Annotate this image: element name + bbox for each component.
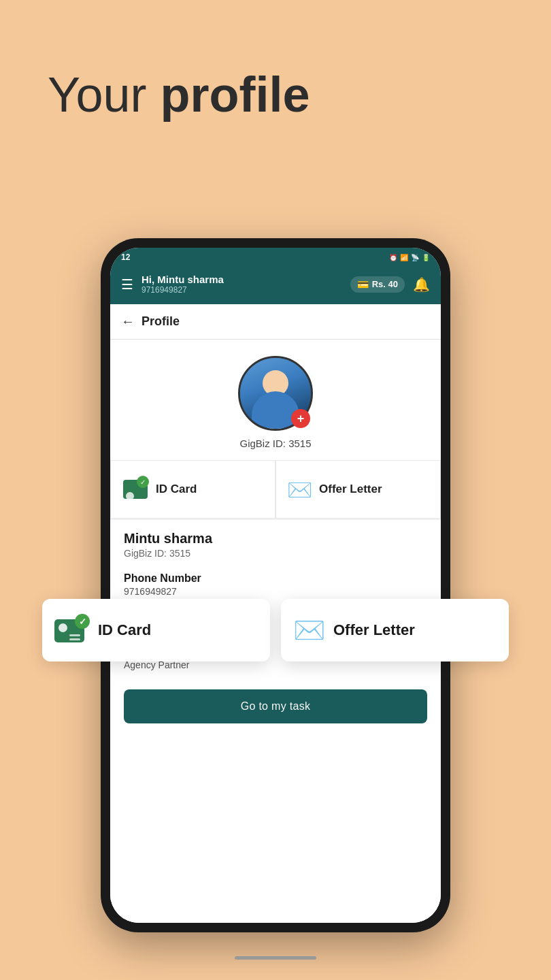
header-left: ☰ Hi, Mintu sharma 9716949827 [121,274,224,295]
offer-letter-icon: ✉️ [287,478,312,502]
status-icons: ⏰ 📶 📡 🔋 [389,254,430,261]
hamburger-icon[interactable]: ☰ [121,276,133,293]
id-card-icon: ✓ [122,476,149,503]
goto-task-button[interactable]: Go to my task [124,689,427,723]
signal-icon: 📡 [411,254,419,261]
title-bold: profile [160,67,310,122]
floating-offer-letter-icon: ✉️ [293,615,325,645]
phone-field-label: Phone Number [124,572,427,585]
id-card-button[interactable]: ✓ ID Card [110,460,276,519]
wifi-icon: 📶 [400,254,408,261]
header-greeting: Hi, Mintu sharma [141,274,224,285]
floating-id-card-icon: ✓ [54,614,90,647]
phone-screen: 12 ⏰ 📶 📡 🔋 ☰ Hi, Mintu sharma 9716949827… [110,248,441,923]
alarm-icon: ⏰ [389,254,397,261]
title-regular: Your [48,67,160,122]
profile-info: Mintu sharma GigBiz ID: 3515 Phone Numbe… [110,520,441,923]
floating-offer-letter-button[interactable]: ✉️ Offer Letter [281,599,509,662]
phone-field-value: 9716949827 [124,586,427,597]
floating-cards-overlay: ✓ ID Card ✉️ Offer Letter [42,599,509,662]
battery-icon: 🔋 [422,254,430,261]
page-title: Your profile [48,68,310,122]
floating-offer-letter-label: Offer Letter [333,621,415,639]
profile-page-title: Profile [141,314,180,329]
back-arrow-icon[interactable]: ← [121,314,135,329]
phone-shell: 12 ⏰ 📶 📡 🔋 ☰ Hi, Mintu sharma 9716949827… [101,238,450,932]
user-gigbiz-id: GigBiz ID: 3515 [124,548,427,559]
add-photo-button[interactable]: + [291,409,310,428]
floating-id-card-label: ID Card [98,621,151,639]
id-card-label: ID Card [156,483,197,496]
avatar-section: + GigBiz ID: 3515 [110,340,441,460]
header-phone: 9716949827 [141,285,224,295]
status-time: 12 [121,252,130,262]
cards-row: ✓ ID Card ✉️ Offer Letter [110,460,441,519]
app-header: ☰ Hi, Mintu sharma 9716949827 💳 Rs. 40 🔔 [110,267,441,304]
gigbiz-id-display: GigBiz ID: 3515 [239,438,311,449]
header-right: 💳 Rs. 40 🔔 [350,276,430,293]
status-bar: 12 ⏰ 📶 📡 🔋 [110,248,441,267]
user-name: Mintu sharma [124,531,427,546]
bottom-indicator [235,956,316,960]
header-user-info: Hi, Mintu sharma 9716949827 [141,274,224,295]
bell-icon[interactable]: 🔔 [413,276,430,293]
offer-letter-button[interactable]: ✉️ Offer Letter [276,460,441,519]
profile-header-bar: ← Profile [110,304,441,340]
phone-field: Phone Number 9716949827 [124,572,427,597]
wallet-badge[interactable]: 💳 Rs. 40 [350,276,405,293]
wallet-amount: Rs. 40 [372,279,398,289]
avatar-container: + [238,356,313,431]
offer-letter-label: Offer Letter [319,483,382,496]
wallet-icon: 💳 [357,279,369,290]
floating-id-card-button[interactable]: ✓ ID Card [42,599,270,662]
